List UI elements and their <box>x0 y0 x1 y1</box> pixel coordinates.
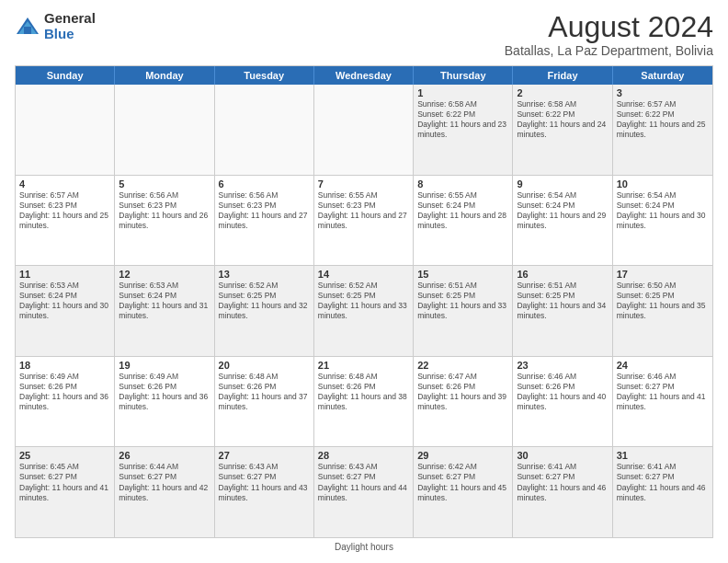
day-cell-22: 22Sunrise: 6:47 AM Sunset: 6:26 PM Dayli… <box>414 357 513 447</box>
svg-rect-2 <box>24 27 31 34</box>
header: General Blue August 2024 Batallas, La Pa… <box>15 11 713 58</box>
footer-note: Daylight hours <box>15 542 713 552</box>
day-number: 3 <box>617 87 709 98</box>
logo: General Blue <box>15 11 96 41</box>
day-content: Sunrise: 6:46 AM Sunset: 6:27 PM Dayligh… <box>617 372 709 412</box>
day-number: 18 <box>19 360 110 371</box>
day-cell-28: 28Sunrise: 6:43 AM Sunset: 6:27 PM Dayli… <box>314 447 414 537</box>
day-number: 26 <box>119 450 210 461</box>
day-content: Sunrise: 6:50 AM Sunset: 6:25 PM Dayligh… <box>617 281 709 321</box>
day-content: Sunrise: 6:45 AM Sunset: 6:27 PM Dayligh… <box>19 462 110 502</box>
calendar-body: 1Sunrise: 6:58 AM Sunset: 6:22 PM Daylig… <box>16 85 712 537</box>
day-content: Sunrise: 6:57 AM Sunset: 6:23 PM Dayligh… <box>19 190 110 231</box>
day-cell-26: 26Sunrise: 6:44 AM Sunset: 6:27 PM Dayli… <box>115 447 214 537</box>
day-number: 15 <box>417 269 508 280</box>
logo-text: General Blue <box>44 11 96 41</box>
day-cell-11: 11Sunrise: 6:53 AM Sunset: 6:24 PM Dayli… <box>16 266 115 356</box>
page: General Blue August 2024 Batallas, La Pa… <box>0 0 728 563</box>
day-content: Sunrise: 6:43 AM Sunset: 6:27 PM Dayligh… <box>219 462 310 502</box>
day-number: 1 <box>417 87 508 98</box>
day-number: 12 <box>119 269 210 280</box>
day-content: Sunrise: 6:48 AM Sunset: 6:26 PM Dayligh… <box>318 372 409 412</box>
logo-icon <box>15 14 40 40</box>
day-cell-17: 17Sunrise: 6:50 AM Sunset: 6:25 PM Dayli… <box>613 266 712 356</box>
day-cell-18: 18Sunrise: 6:49 AM Sunset: 6:26 PM Dayli… <box>16 357 115 447</box>
week-row-5: 25Sunrise: 6:45 AM Sunset: 6:27 PM Dayli… <box>16 447 712 537</box>
day-number: 21 <box>318 360 409 371</box>
day-cell-29: 29Sunrise: 6:42 AM Sunset: 6:27 PM Dayli… <box>414 447 513 537</box>
day-content: Sunrise: 6:58 AM Sunset: 6:22 PM Dayligh… <box>517 99 608 140</box>
day-cell-14: 14Sunrise: 6:52 AM Sunset: 6:25 PM Dayli… <box>314 266 414 356</box>
day-number: 9 <box>517 178 608 190</box>
day-number: 30 <box>517 450 608 461</box>
day-content: Sunrise: 6:57 AM Sunset: 6:22 PM Dayligh… <box>617 99 709 140</box>
day-cell-3: 3Sunrise: 6:57 AM Sunset: 6:22 PM Daylig… <box>613 85 712 175</box>
empty-cell <box>215 85 314 175</box>
day-cell-4: 4Sunrise: 6:57 AM Sunset: 6:23 PM Daylig… <box>16 176 115 266</box>
empty-cell <box>16 85 115 175</box>
header-day-saturday: Saturday <box>613 66 712 85</box>
day-cell-7: 7Sunrise: 6:55 AM Sunset: 6:23 PM Daylig… <box>314 176 414 266</box>
logo-general-text: General <box>44 11 96 27</box>
day-number: 28 <box>318 450 409 461</box>
day-number: 6 <box>219 178 310 190</box>
day-number: 7 <box>318 178 409 190</box>
week-row-4: 18Sunrise: 6:49 AM Sunset: 6:26 PM Dayli… <box>16 357 712 448</box>
day-cell-5: 5Sunrise: 6:56 AM Sunset: 6:23 PM Daylig… <box>115 176 214 266</box>
day-content: Sunrise: 6:43 AM Sunset: 6:27 PM Dayligh… <box>318 462 409 502</box>
day-content: Sunrise: 6:56 AM Sunset: 6:23 PM Dayligh… <box>219 190 310 231</box>
day-cell-16: 16Sunrise: 6:51 AM Sunset: 6:25 PM Dayli… <box>513 266 612 356</box>
header-day-thursday: Thursday <box>414 66 513 85</box>
day-number: 20 <box>219 360 310 371</box>
day-content: Sunrise: 6:51 AM Sunset: 6:25 PM Dayligh… <box>417 281 508 321</box>
calendar-header: SundayMondayTuesdayWednesdayThursdayFrid… <box>16 66 712 85</box>
day-number: 31 <box>617 450 709 461</box>
week-row-3: 11Sunrise: 6:53 AM Sunset: 6:24 PM Dayli… <box>16 266 712 357</box>
day-number: 8 <box>417 178 508 190</box>
day-content: Sunrise: 6:52 AM Sunset: 6:25 PM Dayligh… <box>219 281 310 321</box>
day-content: Sunrise: 6:53 AM Sunset: 6:24 PM Dayligh… <box>119 281 210 321</box>
day-cell-20: 20Sunrise: 6:48 AM Sunset: 6:26 PM Dayli… <box>215 357 314 447</box>
day-content: Sunrise: 6:54 AM Sunset: 6:24 PM Dayligh… <box>617 190 709 231</box>
main-title: August 2024 <box>505 11 713 43</box>
day-number: 24 <box>617 360 709 371</box>
day-cell-15: 15Sunrise: 6:51 AM Sunset: 6:25 PM Dayli… <box>414 266 513 356</box>
day-content: Sunrise: 6:44 AM Sunset: 6:27 PM Dayligh… <box>119 462 210 502</box>
empty-cell <box>314 85 414 175</box>
header-day-friday: Friday <box>513 66 612 85</box>
day-number: 10 <box>617 178 709 190</box>
week-row-1: 1Sunrise: 6:58 AM Sunset: 6:22 PM Daylig… <box>16 85 712 176</box>
day-number: 13 <box>219 269 310 280</box>
day-content: Sunrise: 6:53 AM Sunset: 6:24 PM Dayligh… <box>19 281 110 321</box>
day-content: Sunrise: 6:58 AM Sunset: 6:22 PM Dayligh… <box>417 99 508 140</box>
day-number: 2 <box>517 87 608 98</box>
day-number: 16 <box>517 269 608 280</box>
day-content: Sunrise: 6:46 AM Sunset: 6:26 PM Dayligh… <box>517 372 608 412</box>
day-cell-24: 24Sunrise: 6:46 AM Sunset: 6:27 PM Dayli… <box>613 357 712 447</box>
day-cell-2: 2Sunrise: 6:58 AM Sunset: 6:22 PM Daylig… <box>513 85 612 175</box>
day-cell-13: 13Sunrise: 6:52 AM Sunset: 6:25 PM Dayli… <box>215 266 314 356</box>
week-row-2: 4Sunrise: 6:57 AM Sunset: 6:23 PM Daylig… <box>16 176 712 267</box>
day-cell-6: 6Sunrise: 6:56 AM Sunset: 6:23 PM Daylig… <box>215 176 314 266</box>
day-number: 5 <box>119 178 210 190</box>
day-content: Sunrise: 6:47 AM Sunset: 6:26 PM Dayligh… <box>417 372 508 412</box>
day-number: 23 <box>517 360 608 371</box>
day-cell-23: 23Sunrise: 6:46 AM Sunset: 6:26 PM Dayli… <box>513 357 612 447</box>
day-content: Sunrise: 6:49 AM Sunset: 6:26 PM Dayligh… <box>19 372 110 412</box>
day-cell-25: 25Sunrise: 6:45 AM Sunset: 6:27 PM Dayli… <box>16 447 115 537</box>
day-cell-10: 10Sunrise: 6:54 AM Sunset: 6:24 PM Dayli… <box>613 176 712 266</box>
day-cell-12: 12Sunrise: 6:53 AM Sunset: 6:24 PM Dayli… <box>115 266 214 356</box>
day-content: Sunrise: 6:42 AM Sunset: 6:27 PM Dayligh… <box>417 462 508 502</box>
day-content: Sunrise: 6:52 AM Sunset: 6:25 PM Dayligh… <box>318 281 409 321</box>
day-number: 14 <box>318 269 409 280</box>
day-content: Sunrise: 6:48 AM Sunset: 6:26 PM Dayligh… <box>219 372 310 412</box>
header-day-monday: Monday <box>115 66 214 85</box>
day-number: 25 <box>19 450 110 461</box>
day-cell-21: 21Sunrise: 6:48 AM Sunset: 6:26 PM Dayli… <box>314 357 414 447</box>
header-day-wednesday: Wednesday <box>314 66 414 85</box>
day-cell-19: 19Sunrise: 6:49 AM Sunset: 6:26 PM Dayli… <box>115 357 214 447</box>
day-cell-9: 9Sunrise: 6:54 AM Sunset: 6:24 PM Daylig… <box>513 176 612 266</box>
day-number: 19 <box>119 360 210 371</box>
day-content: Sunrise: 6:54 AM Sunset: 6:24 PM Dayligh… <box>517 190 608 231</box>
day-number: 27 <box>219 450 310 461</box>
